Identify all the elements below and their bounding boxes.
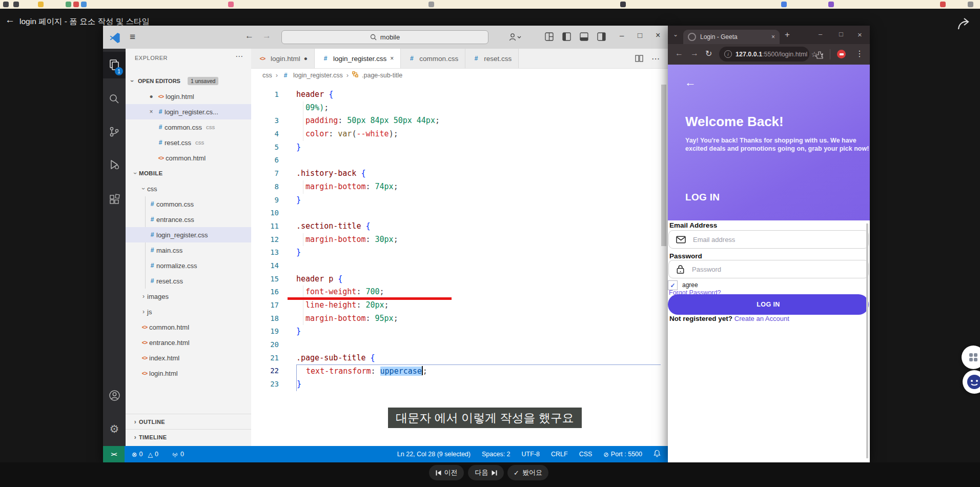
tree-item-normalize-css[interactable]: #normalize.css	[126, 258, 251, 273]
status-crlf[interactable]: CRLF	[551, 451, 568, 458]
split-editor-icon[interactable]	[635, 54, 643, 63]
editor-back-icon[interactable]: ←	[245, 31, 254, 41]
top-tab-favicon[interactable]	[73, 2, 79, 7]
status-utf-8[interactable]: UTF-8	[522, 451, 540, 458]
status-port[interactable]: ⊘Port : 5500	[603, 451, 642, 458]
top-tab-favicon[interactable]	[81, 2, 87, 7]
code-line-22[interactable]: 22 text-transform: uppercase;	[251, 364, 661, 378]
top-tab-favicon[interactable]	[38, 2, 44, 7]
menu-hamburger-icon[interactable]: ≡	[130, 31, 135, 43]
top-tab-favicon[interactable]	[428, 2, 434, 7]
open-editor-login-register-cs[interactable]: ×#login_register.cs...	[126, 104, 251, 119]
tab-search-chevron-icon[interactable]: ⌄	[673, 31, 678, 38]
code-line-19[interactable]: 19}	[251, 325, 661, 338]
code-line-wrap[interactable]: 09%);	[251, 102, 661, 115]
remote-indicator[interactable]: ><	[103, 446, 125, 462]
ports-indicator[interactable]: 0	[172, 451, 184, 458]
top-tab-favicon[interactable]	[828, 2, 834, 7]
code-line-1[interactable]: 1header {	[251, 88, 661, 102]
code-line-21[interactable]: 21.page-sub-title {	[251, 352, 661, 365]
code-line-6[interactable]: 6	[251, 154, 661, 167]
problems-indicator[interactable]: ⊗ 0 △ 0	[132, 451, 158, 458]
breadcrumb-item[interactable]: .page-sub-title	[362, 72, 402, 79]
code-line-14[interactable]: 14	[251, 259, 661, 273]
explorer-activity-button[interactable]: 1	[103, 52, 126, 78]
prev-button[interactable]: 이전	[429, 465, 464, 480]
source-control-activity-button[interactable]	[103, 118, 126, 145]
maximize-button[interactable]: □	[839, 30, 843, 38]
code-line-8[interactable]: 8 margin-bottom: 74px;	[251, 180, 661, 194]
minimize-button[interactable]: –	[620, 31, 624, 39]
open-editor-common-css[interactable]: #common.csscss	[126, 119, 251, 135]
tree-item-mobile[interactable]: ›MOBILE	[126, 166, 251, 181]
tree-item-main-css[interactable]: #main.css	[126, 242, 251, 258]
email-field[interactable]: Email address	[668, 230, 869, 249]
forward-icon[interactable]: →	[690, 49, 699, 58]
close-icon[interactable]: ×	[390, 55, 394, 62]
code-line-12[interactable]: 12 margin-bottom: 30px;	[251, 233, 661, 247]
tree-item-reset-css[interactable]: #reset.css	[126, 273, 251, 289]
tree-item-entrance-css[interactable]: #entrance.css	[126, 212, 251, 227]
status-css[interactable]: CSS	[579, 451, 593, 458]
open-editor-common-html[interactable]: <>common.html	[126, 150, 251, 166]
maximize-button[interactable]: □	[638, 31, 642, 39]
toggle-panel-icon[interactable]	[580, 32, 588, 41]
top-tab-favicon[interactable]	[3, 2, 9, 7]
top-tab-favicon[interactable]	[781, 2, 787, 7]
code-editor[interactable]: 1header { 09%);3 padding: 50px 84px 50px…	[251, 88, 661, 391]
login-button[interactable]: LOG IN	[668, 294, 869, 315]
more-actions-icon[interactable]: ⋯	[651, 54, 660, 64]
status-ln-22-col-28-9-selected[interactable]: Ln 22, Col 28 (9 selected)	[397, 451, 471, 458]
code-line-7[interactable]: 7.history-back {	[251, 167, 661, 180]
top-tab-favicon[interactable]	[940, 2, 946, 7]
menu-kebab-icon[interactable]: ⋮	[855, 49, 864, 58]
next-button[interactable]: 다음	[468, 465, 504, 480]
tree-item-index-html[interactable]: <>index.html	[126, 350, 251, 366]
top-tab-favicon[interactable]	[66, 2, 71, 7]
editor-forward-icon[interactable]: →	[262, 31, 271, 41]
code-line-3[interactable]: 3 padding: 50px 84px 50px 44px;	[251, 114, 661, 128]
status-spaces[interactable]: Spaces: 2	[482, 451, 511, 458]
tree-item-entrance-html[interactable]: <>entrance.html	[126, 335, 251, 350]
code-line-23[interactable]: 23}	[251, 378, 661, 391]
account-button[interactable]	[103, 382, 126, 409]
panel-timeline[interactable]: ›TIMELINE	[126, 429, 251, 444]
tree-item-js[interactable]: ›js	[126, 304, 251, 319]
toggle-sidebar-right-icon[interactable]	[597, 32, 606, 41]
breadcrumb[interactable]: css›#login_register.css›.page-sub-title	[251, 68, 668, 82]
open-editor-login-html[interactable]: ●<>login.html	[126, 89, 251, 104]
close-icon[interactable]: ×	[146, 108, 156, 115]
code-line-5[interactable]: 5}	[251, 141, 661, 154]
tab-reset-css[interactable]: #reset.css	[465, 49, 519, 68]
top-tab-favicon[interactable]	[968, 2, 973, 7]
settings-gear-icon[interactable]: ⚙	[103, 416, 126, 442]
layout-grid-icon[interactable]	[545, 32, 554, 41]
widget-apps-button[interactable]	[962, 346, 980, 369]
browser-tab[interactable]: Login - Geeta ×	[683, 30, 780, 44]
tree-item-common-css[interactable]: #common.css	[126, 196, 251, 212]
tab-login-register-css[interactable]: #login_register.css×	[315, 49, 401, 68]
code-line-11[interactable]: 11.section-title {	[251, 220, 661, 233]
tab-login-html[interactable]: <>login.html●	[251, 49, 315, 68]
code-line-15[interactable]: 15header p {	[251, 273, 661, 286]
tab-common-css[interactable]: #common.css	[401, 49, 465, 68]
breadcrumb-item[interactable]: login_register.css	[293, 72, 343, 79]
minimize-button[interactable]: –	[819, 30, 822, 38]
accounts-sync-icon[interactable]	[508, 32, 521, 42]
address-bar[interactable]: i 127.0.0.1:5500/login.html ☆	[719, 47, 809, 62]
watched-button[interactable]: ✓ 봤어요	[507, 465, 548, 480]
close-button[interactable]: ×	[656, 31, 660, 40]
breadcrumb-item[interactable]: css	[262, 72, 272, 79]
tree-item-login-html[interactable]: <>login.html	[126, 366, 251, 381]
player-back-icon[interactable]: ←	[5, 14, 15, 26]
code-line-13[interactable]: 13}	[251, 246, 661, 259]
toggle-sidebar-left-icon[interactable]	[562, 32, 571, 41]
widget-chat-button[interactable]	[963, 370, 980, 394]
run-debug-activity-button[interactable]	[103, 151, 126, 178]
create-account-link[interactable]: Create an Account	[734, 315, 789, 322]
tree-item-images[interactable]: ›images	[126, 289, 251, 304]
tree-item-login-register-css[interactable]: #login_register.css	[126, 227, 251, 242]
command-search-box[interactable]: mobile	[281, 30, 488, 44]
reload-icon[interactable]: ↻	[705, 49, 712, 58]
site-info-icon[interactable]: i	[724, 50, 732, 58]
